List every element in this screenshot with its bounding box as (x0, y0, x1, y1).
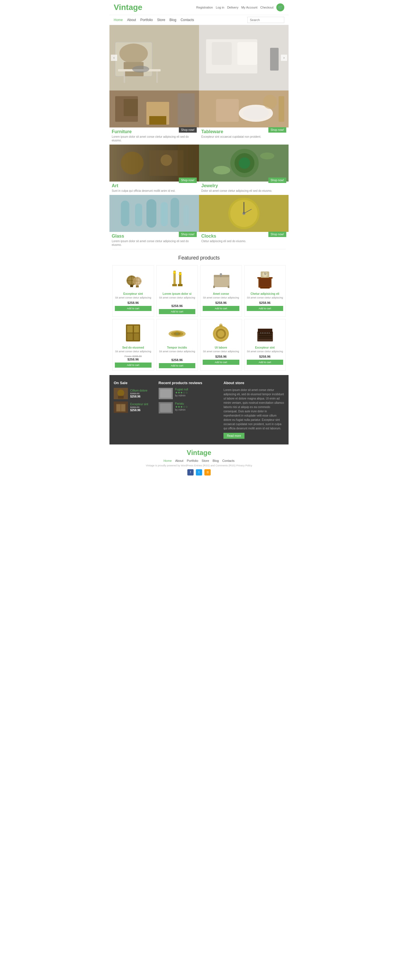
svg-rect-30 (178, 145, 199, 181)
nav-about[interactable]: About (127, 18, 136, 22)
product-name-7: Ut labore (203, 346, 239, 349)
on-sale-thumb-2 (114, 401, 128, 413)
category-art-info: Art Sunt in culpa qui officia deserunt m… (109, 181, 199, 195)
registration-link[interactable]: Registration (196, 6, 213, 9)
product-price-2: $258.96 (159, 304, 196, 308)
svg-rect-115 (118, 396, 124, 399)
add-to-cart-button-6[interactable]: Add to cart (159, 363, 196, 368)
footer-nav-about[interactable]: About (175, 459, 183, 462)
category-tableware-desc: Excepteur sint occaecat cupidatat non pr… (201, 135, 286, 138)
product-image-3 (203, 268, 239, 291)
svg-point-109 (263, 332, 265, 334)
add-to-cart-button-4[interactable]: Add to cart (247, 306, 284, 311)
svg-rect-87 (127, 333, 133, 340)
jewelry-shop-now-button[interactable]: Shop now! (268, 178, 286, 183)
svg-rect-99 (219, 325, 222, 326)
svg-rect-54 (130, 285, 133, 287)
delivery-link[interactable]: Delivery (227, 6, 238, 9)
read-more-button[interactable]: Read more (224, 433, 244, 439)
checkout-link[interactable]: Checkout (260, 6, 273, 9)
product-card-2: Lorem ipsum dolor si Sit amet conse ctet… (156, 265, 198, 317)
svg-rect-69 (213, 286, 215, 288)
category-art-desc: Sunt in culpa qui officia deserunt molli… (112, 189, 197, 192)
svg-rect-67 (214, 277, 229, 286)
category-glass[interactable]: Glass Lorem ipsum dolor sit amet conse c… (109, 195, 199, 249)
svg-rect-43 (183, 205, 189, 226)
add-to-cart-button-3[interactable]: Add to cart (203, 306, 239, 311)
my-account-link[interactable]: My Account (241, 6, 258, 9)
logo[interactable]: Vintage (114, 3, 143, 12)
facebook-icon[interactable]: f (187, 469, 193, 476)
nav-home[interactable]: Home (114, 18, 123, 22)
furniture-shop-now-button[interactable]: Shop now! (179, 127, 197, 133)
search-input[interactable] (247, 17, 284, 23)
category-clocks-desc: Ctetur adipiscing eli sed do eiusmo. (201, 239, 286, 243)
hero-next-arrow[interactable]: › (281, 55, 287, 61)
category-furniture-image (109, 91, 199, 127)
add-to-cart-button-7[interactable]: Add to cart (203, 360, 239, 365)
svg-rect-85 (127, 326, 133, 332)
svg-point-23 (263, 95, 277, 109)
nav-portfolio[interactable]: Portfolio (140, 18, 153, 22)
svg-rect-86 (134, 326, 139, 332)
review-author-2: by Admin (175, 408, 188, 411)
add-to-cart-button-5[interactable]: Add to cart (115, 363, 152, 368)
footer-nav-portfolio[interactable]: Portfolio (187, 459, 198, 462)
rss-icon[interactable]: ☰ (205, 469, 211, 476)
review-item-1[interactable]: Fugiat null ★★★☆☆ by Admin (159, 388, 219, 399)
category-clocks[interactable]: Clocks Ctetur adipiscing eli sed do eius… (199, 195, 289, 249)
nav-blog[interactable]: Blog (170, 18, 176, 22)
add-to-cart-button-8[interactable]: Add to cart (247, 360, 284, 365)
svg-point-2 (119, 43, 148, 64)
products-grid: Excepteur sint Sit amet conse ctetur adi… (109, 265, 289, 375)
review-stars-2: ★★★☆☆ (175, 405, 188, 408)
cart-button[interactable]: 🛒 (276, 3, 284, 11)
hero-image (109, 25, 289, 91)
product-price-1: $258.96 (115, 301, 152, 304)
category-furniture[interactable]: Furniture Lorem ipsum dolor sit amet con… (109, 91, 199, 145)
clocks-shop-now-button[interactable]: Shop now! (268, 232, 286, 237)
product-desc-5: Sit amet conse ctetur adipiscing (115, 350, 152, 353)
product-desc-8: Sit amet conse ctetur adipiscing (247, 350, 284, 353)
svg-point-110 (265, 332, 266, 334)
category-jewelry-image (199, 145, 289, 181)
category-tableware[interactable]: Tableware Excepteur sint occaecat cupida… (199, 91, 289, 145)
svg-point-35 (213, 166, 230, 175)
product-desc-2: Sit amet conse ctetur adipiscing . (159, 296, 196, 303)
svg-rect-6 (156, 72, 158, 83)
about-store-title: About store (224, 381, 284, 385)
footer-nav-store[interactable]: Store (201, 459, 209, 462)
about-store-text: Lorem ipsum dolor sit amet conse ctetur … (224, 388, 284, 431)
on-sale-thumb-1 (114, 388, 128, 399)
product-desc-1: Sit amet conse ctetur adipiscing (115, 296, 152, 300)
footer-nav-blog[interactable]: Blog (212, 459, 219, 462)
review-item-2[interactable]: Pariatu ★★★☆☆ by Admin (159, 402, 219, 414)
add-to-cart-button-2[interactable]: Add to cart (159, 309, 196, 314)
footer-nav-home[interactable]: Home (163, 459, 172, 462)
login-link[interactable]: Log in (216, 6, 224, 9)
footer-logo-rest: intage (191, 449, 211, 457)
add-to-cart-button-1[interactable]: Add to cart (115, 306, 152, 311)
category-jewelry[interactable]: Jewelry Dolor sit amet conse ctetur adip… (199, 145, 289, 195)
twitter-icon[interactable]: t (196, 469, 202, 476)
hero-prev-arrow[interactable]: ‹ (111, 55, 117, 61)
tableware-shop-now-button[interactable]: Shop now! (268, 127, 286, 133)
logo-v: V (114, 3, 119, 12)
category-grid: Furniture Lorem ipsum dolor sit amet con… (109, 91, 289, 249)
art-shop-now-button[interactable]: Shop now! (179, 178, 197, 183)
glass-shop-now-button[interactable]: Shop now! (179, 232, 197, 237)
svg-rect-70 (228, 286, 230, 288)
category-art[interactable]: Art Sunt in culpa qui officia deserunt m… (109, 145, 199, 195)
nav-contacts[interactable]: Contacts (181, 18, 194, 22)
svg-rect-64 (172, 284, 177, 286)
nav-store[interactable]: Store (157, 18, 165, 22)
footer-nav-contacts[interactable]: Contacts (222, 459, 235, 462)
svg-rect-81 (260, 287, 270, 288)
on-sale-price-2: $258.96 (130, 409, 148, 412)
product-name-5: Sed do eiusmed (115, 346, 152, 349)
svg-point-34 (239, 158, 250, 169)
product-desc-3: Sit amet conse ctetur adipiscing (203, 296, 239, 300)
on-sale-item-1[interactable]: Cillium dolore $388.99 $258.96 (114, 388, 154, 399)
category-jewelry-desc: Dolor sit amet conse ctetur adipiscing e… (201, 189, 286, 192)
on-sale-item-2[interactable]: Excepteur sint $388.99 $258.96 (114, 401, 154, 413)
